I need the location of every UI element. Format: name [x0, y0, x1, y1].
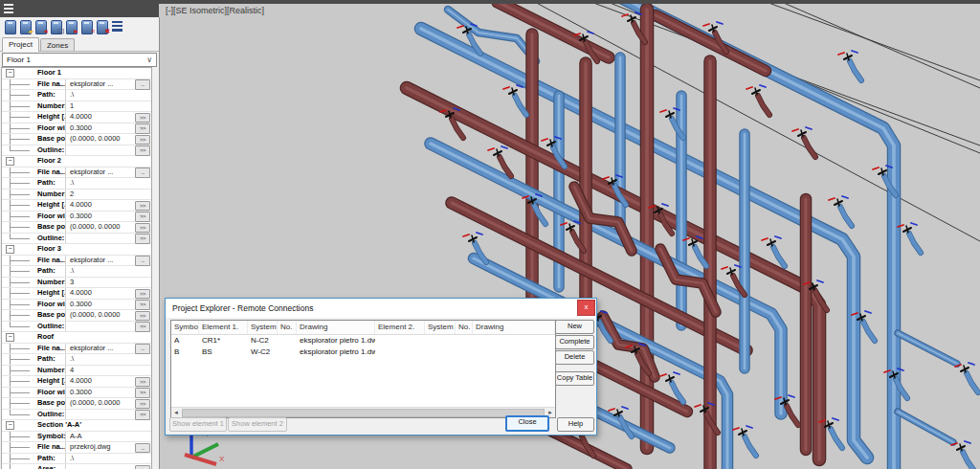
complete-button[interactable]: Complete — [555, 335, 594, 349]
expand-button[interactable]: >> — [135, 223, 150, 234]
tree-row[interactable]: Outline:>> — [2, 145, 151, 157]
collapse-icon[interactable]: − — [6, 69, 14, 78]
expand-button[interactable]: >> — [135, 234, 150, 244]
expand-button[interactable]: >> — [135, 322, 150, 332]
toolbar-icon-list[interactable] — [112, 20, 123, 34]
toolbar-icon-import[interactable]: ◄ — [35, 20, 47, 34]
tree-row[interactable]: Height [...4.0000>> — [2, 200, 151, 212]
panel-menu-icon[interactable] — [4, 4, 13, 13]
browse-button[interactable]: ... — [135, 256, 150, 266]
toolbar-icon-copy[interactable]: ❑ — [51, 20, 62, 34]
new-button[interactable]: New — [555, 320, 594, 334]
tree-row-value[interactable]: 1 — [66, 101, 151, 112]
column-header[interactable]: Element 1. — [199, 321, 248, 334]
tree-section-row[interactable]: −Roof — [2, 332, 151, 344]
expand-button[interactable]: >> — [135, 377, 150, 388]
help-button[interactable]: Help — [557, 417, 594, 432]
column-header[interactable]: Symbol — [171, 321, 199, 334]
collapse-icon[interactable]: − — [6, 333, 14, 342]
tree-row-value[interactable]: 2 — [66, 190, 151, 200]
connections-table[interactable]: SymbolElement 1.SystemNo.DrawingElement … — [170, 320, 556, 418]
tree-row[interactable]: Number:4 — [2, 366, 151, 377]
tree-row[interactable]: Area:>> — [2, 464, 151, 469]
expand-button[interactable]: >> — [135, 145, 150, 156]
toolbar-icon-table[interactable]: ≡ — [81, 20, 93, 34]
tree-row[interactable]: File na...eksplorator ...... — [2, 79, 151, 91]
expand-button[interactable]: >> — [135, 201, 150, 212]
expand-button[interactable]: >> — [135, 289, 150, 300]
browse-button[interactable]: ... — [135, 168, 150, 178]
tree-row[interactable]: File na...eksplorator ...... — [2, 344, 151, 355]
tree-row[interactable]: Floor wi...0.3000>> — [2, 300, 151, 311]
column-header[interactable]: Element 2. — [375, 321, 425, 334]
tree-row[interactable]: File na...eksplorator ...... — [2, 256, 151, 267]
show-element-2-button[interactable]: Show element 2 — [228, 417, 287, 432]
tree-row[interactable]: Path:.\ — [2, 354, 151, 366]
viewport-label[interactable]: [-][SE Isometric][Realistic] — [166, 6, 264, 15]
expand-button[interactable]: >> — [135, 123, 150, 134]
toolbar-icon-delete[interactable]: ✖ — [97, 20, 108, 34]
expand-button[interactable]: >> — [135, 300, 150, 310]
floor-selector-dropdown[interactable]: Floor 1 ∨ — [2, 53, 157, 67]
column-header[interactable]: Drawing — [297, 321, 375, 334]
tree-row[interactable]: Base po...(0.0000, 0.0000>> — [2, 398, 151, 410]
tree-row-value[interactable]: .\ — [66, 454, 151, 464]
tree-row[interactable]: Height [...4.0000>> — [2, 288, 151, 300]
expand-button[interactable]: >> — [135, 388, 150, 398]
tree-row[interactable]: Path:.\ — [2, 454, 151, 465]
table-row[interactable]: ACR1*N-C2eksplorator pietro 1.dwg — [171, 335, 555, 346]
tree-row-value[interactable]: .\ — [66, 354, 151, 365]
tree-row[interactable]: Base po...(0.0000, 0.0000>> — [2, 222, 151, 234]
tree-row[interactable]: Height [...4.0000>> — [2, 376, 151, 388]
tree-row[interactable]: Path:.\ — [2, 178, 151, 190]
tree-row[interactable]: Outline:>> — [2, 410, 151, 421]
tree-section-row[interactable]: −Floor 1 — [2, 68, 151, 79]
tree-row[interactable]: Number:3 — [2, 278, 151, 289]
tab-zones[interactable]: Zones — [40, 38, 75, 52]
tree-row[interactable]: File na...eksplorator ...... — [2, 168, 151, 179]
collapse-icon[interactable]: − — [6, 421, 14, 430]
tree-row[interactable]: Height [...4.0000>> — [2, 112, 151, 123]
tree-row[interactable]: Floor wi...0.3000>> — [2, 123, 151, 135]
tree-row-value[interactable]: .\ — [66, 90, 151, 100]
browse-button[interactable]: ... — [135, 443, 150, 454]
column-header[interactable]: No. — [456, 321, 473, 334]
collapse-icon[interactable]: − — [6, 245, 14, 254]
column-header[interactable]: System — [248, 321, 278, 334]
toolbar-icon-open-project[interactable]: ▰ — [20, 20, 32, 34]
tree-row[interactable]: Number:2 — [2, 190, 151, 201]
browse-button[interactable]: ... — [135, 344, 150, 354]
expand-button[interactable]: >> — [135, 311, 150, 322]
tree-row[interactable]: Base po...(0.0000, 0.0000>> — [2, 310, 151, 322]
tree-row[interactable]: Floor wi...0.3000>> — [2, 388, 151, 399]
dialog-titlebar[interactable]: Project Explorer - Remote Connections x — [166, 299, 596, 318]
tree-row[interactable]: Number:1 — [2, 101, 151, 113]
table-header[interactable]: SymbolElement 1.SystemNo.DrawingElement … — [171, 321, 555, 335]
show-element-1-button[interactable]: Show element 1 — [169, 417, 227, 432]
expand-button[interactable]: >> — [135, 410, 150, 420]
expand-button[interactable]: >> — [135, 465, 150, 469]
column-header[interactable]: No. — [278, 321, 297, 334]
tree-row[interactable]: Floor wi...0.3000>> — [2, 212, 151, 223]
tree-row[interactable]: File na...przekrój.dwg... — [2, 442, 151, 454]
column-header[interactable]: Drawing — [473, 321, 555, 334]
tree-row-value[interactable]: 3 — [66, 278, 151, 288]
tree-row-value[interactable]: 4 — [66, 366, 151, 376]
tree-row[interactable]: Base po...(0.0000, 0.0000>> — [2, 134, 151, 145]
collapse-icon[interactable]: − — [6, 157, 14, 166]
tree-row-value[interactable]: A-A — [66, 432, 151, 442]
delete-button[interactable]: Delete — [555, 350, 594, 365]
copy-table-button[interactable]: Copy Table — [555, 371, 594, 386]
tree-row-value[interactable]: .\ — [66, 178, 151, 189]
scrollbar-thumb[interactable] — [182, 409, 545, 417]
close-icon[interactable]: x — [577, 300, 595, 316]
tree-row[interactable]: Path:.\ — [2, 266, 151, 278]
tree-row[interactable]: Path:.\ — [2, 90, 151, 101]
toolbar-icon-new-project[interactable] — [5, 20, 16, 34]
tree-section-row[interactable]: −Floor 2 — [2, 156, 151, 168]
tab-project[interactable]: Project — [2, 37, 39, 52]
expand-button[interactable]: >> — [135, 113, 150, 123]
column-header[interactable]: System — [425, 321, 456, 334]
close-button[interactable]: Close — [505, 415, 549, 432]
table-row[interactable]: BBSW-C2eksplorator pietro 1.dwg — [171, 346, 555, 358]
